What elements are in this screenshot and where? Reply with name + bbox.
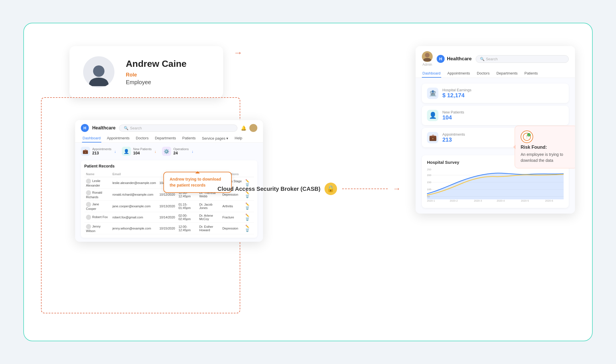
search-icon: 🔍 — [124, 126, 128, 130]
right-stat-patients: 👤 New Patients 104 — [422, 106, 569, 125]
risk-found-description: An employee is trying to download the da… — [521, 152, 571, 164]
svg-text:2020-4: 2020-4 — [497, 199, 505, 202]
stat-new-patients: 👤 New Patients 104 ↓ — [122, 147, 156, 156]
profile-name: Andrew Caine — [126, 59, 186, 69]
risk-icon: ! ✓ — [521, 131, 533, 143]
casb-section: Cloud Access Security Broker (CASB) 🔒 → — [217, 183, 401, 195]
appointments-icon: 💼 — [81, 147, 90, 156]
right-logo-icon: H — [437, 55, 445, 63]
risk-found-title: Risk Found: — [521, 145, 571, 150]
main-container: Andrew Caine Role Employee → H Healthcar… — [23, 23, 593, 341]
nav-dashboard[interactable]: Dashboard — [82, 134, 101, 142]
right-stat-earnings: 🏦 Hospital Earnings $ 12,174 — [422, 84, 569, 103]
left-panel: Andrew Caine Role Employee → H Healthcar… — [41, 46, 235, 98]
profile-role-label: Role — [126, 72, 186, 78]
avatar-icon[interactable] — [249, 124, 257, 132]
table-row: Jane Cooper jane.cooper@example.com 10/1… — [84, 200, 254, 212]
edit-icon[interactable]: ✏️ — [245, 214, 249, 217]
svg-text:✓: ✓ — [528, 134, 530, 136]
edit-icon[interactable]: ✏️ — [245, 179, 249, 183]
nav-appointments[interactable]: Appointments — [106, 134, 130, 142]
svg-text:2020-2: 2020-2 — [450, 199, 458, 202]
casb-arrow-icon: → — [393, 184, 401, 193]
nav-doctors[interactable]: Doctors — [135, 134, 149, 142]
app-nav: Dashboard Appointments Doctors Departmen… — [81, 134, 257, 142]
svg-text:2020-6: 2020-6 — [545, 199, 553, 202]
right-app-header: Admin H Healthcare 🔍 Search Dashboard Ap… — [416, 46, 575, 78]
app-header-top: H Healthcare 🔍 Search 🔔 — [81, 124, 257, 132]
app-header: H Healthcare 🔍 Search 🔔 Dashboard Appoin… — [75, 120, 263, 143]
operations-icon: ⚙️ — [162, 147, 171, 156]
app-header-icons: 🔔 — [241, 124, 257, 132]
patient-table-title: Patient Records — [84, 164, 254, 168]
stat-operations: ⚙️ Operations 24 ↓ — [162, 147, 193, 156]
svg-point-1 — [425, 53, 430, 57]
delete-icon[interactable]: 🗑️ — [245, 217, 249, 221]
nav-patients[interactable]: Patients — [182, 134, 196, 142]
right-patients-icon: 👤 — [427, 110, 438, 121]
nav-service-pages[interactable]: Service pages ▾ — [201, 134, 229, 142]
casb-label: Cloud Access Security Broker (CASB) — [217, 186, 321, 192]
svg-point-0 — [93, 65, 104, 77]
col-actions — [244, 171, 254, 177]
avatar — [83, 56, 114, 88]
right-stat-appointments: 💼 Appointments 213 ! — [422, 128, 569, 147]
admin-label: Admin — [422, 63, 432, 67]
right-nav-patients[interactable]: Patients — [524, 69, 538, 78]
profile-role-value: Employee — [126, 79, 186, 86]
right-app-header-top: Admin H Healthcare 🔍 Search — [422, 51, 569, 67]
right-app-card: Admin H Healthcare 🔍 Search Dashboard Ap… — [416, 46, 575, 214]
survey-chart: 2020-1 2020-2 2020-3 2020-4 2020-5 2020-… — [427, 168, 564, 202]
profile-info: Andrew Caine Role Employee — [126, 59, 186, 86]
right-nav-doctors[interactable]: Doctors — [476, 69, 490, 78]
right-app-title: Healthcare — [447, 56, 472, 62]
svg-text:2020-3: 2020-3 — [474, 199, 482, 202]
profile-card: Andrew Caine Role Employee — [69, 46, 223, 98]
app-title: Healthcare — [92, 125, 116, 131]
right-logo-wrap: H Healthcare — [437, 55, 472, 63]
col-email: Email — [111, 171, 158, 177]
svg-text:200: 200 — [427, 174, 431, 177]
bell-icon[interactable]: 🔔 — [241, 125, 247, 131]
delete-icon[interactable]: 🗑️ — [245, 206, 249, 210]
nav-help[interactable]: Help — [234, 134, 243, 142]
right-nav-dashboard[interactable]: Dashboard — [422, 69, 441, 78]
right-arrow-icon: → — [233, 47, 243, 58]
right-search-input[interactable]: 🔍 Search — [476, 55, 569, 63]
svg-text:50: 50 — [427, 195, 430, 198]
svg-text:150: 150 — [427, 181, 431, 184]
right-nav-appointments[interactable]: Appointments — [447, 69, 471, 78]
svg-text:2020-1: 2020-1 — [427, 199, 435, 202]
app-search-input[interactable]: 🔍 Search — [119, 125, 237, 132]
admin-avatar-wrap: Admin — [422, 51, 433, 67]
svg-text:100: 100 — [427, 188, 431, 191]
right-search-icon: 🔍 — [480, 57, 484, 61]
stats-row: 💼 Appointments 213 ↓ 👤 New Patients 104 — [81, 147, 257, 156]
right-panel: Admin H Healthcare 🔍 Search Dashboard Ap… — [416, 46, 575, 214]
right-appointments-icon: 💼 — [427, 132, 438, 143]
download-patients-icon[interactable]: ↓ — [155, 149, 157, 154]
casb-dashed-line — [342, 189, 388, 189]
inner-app-card: H Healthcare 🔍 Search 🔔 Dashboard Appoin… — [75, 120, 263, 242]
table-row: Jenny Wilson jenny.wilson@example.com 10… — [84, 223, 254, 234]
table-row: Robert Fox robert.fox@gmail.com 10/14/20… — [84, 212, 254, 223]
stat-appointments: 💼 Appointments 213 ↓ — [81, 147, 116, 156]
svg-text:2020-5: 2020-5 — [521, 199, 529, 202]
delete-icon[interactable]: 🗑️ — [245, 228, 249, 232]
download-operations-icon[interactable]: ↓ — [192, 149, 194, 154]
edit-icon[interactable]: ✏️ — [245, 225, 249, 228]
earnings-icon: 🏦 — [427, 88, 438, 99]
right-app-body: 🏦 Hospital Earnings $ 12,174 👤 New Patie… — [416, 78, 575, 214]
col-name: Name — [84, 171, 111, 177]
casb-lock-icon: 🔒 — [325, 183, 337, 195]
svg-text:250: 250 — [427, 168, 431, 171]
nav-departments[interactable]: Departments — [154, 134, 176, 142]
new-patients-icon: 👤 — [122, 147, 131, 156]
app-logo-icon: H — [81, 124, 89, 132]
risk-found-bubble: ! ✓ Risk Found: An employee is trying to… — [515, 126, 575, 168]
download-appointments-icon[interactable]: ↓ — [114, 149, 116, 154]
right-stats: 🏦 Hospital Earnings $ 12,174 👤 New Patie… — [422, 84, 569, 150]
right-nav-departments[interactable]: Departments — [496, 69, 518, 78]
admin-avatar[interactable] — [422, 51, 433, 62]
edit-icon[interactable]: ✏️ — [245, 202, 249, 206]
